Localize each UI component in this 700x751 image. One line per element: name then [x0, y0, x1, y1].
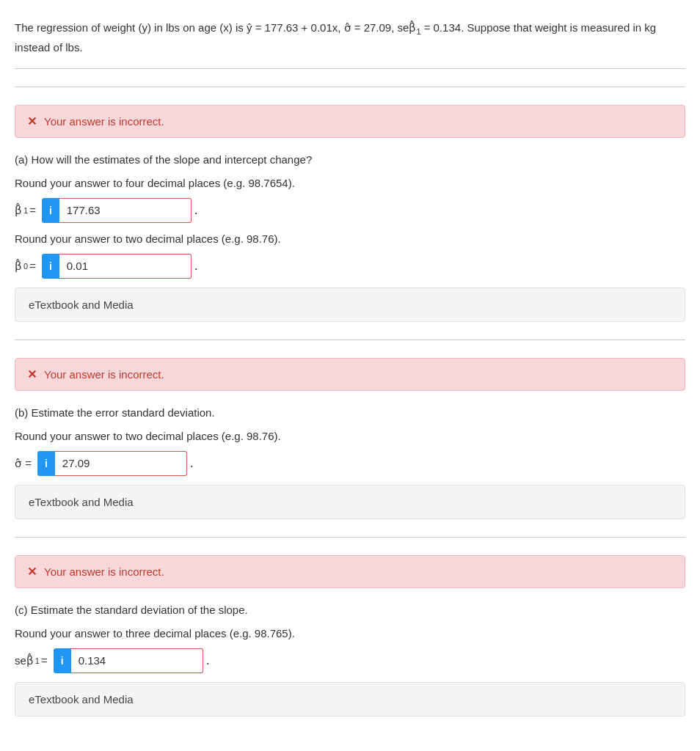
- input-beta1[interactable]: [59, 198, 192, 223]
- etextbook-bar-a[interactable]: eTextbook and Media: [15, 287, 685, 322]
- info-button-b1[interactable]: i: [37, 451, 55, 476]
- section-a: ✕ Your answer is incorrect. (a) How will…: [15, 105, 685, 322]
- input-beta0[interactable]: [59, 254, 192, 279]
- dot-c1: .: [206, 653, 210, 668]
- input-sebeta1[interactable]: [71, 648, 203, 673]
- separator-top: [15, 87, 685, 87]
- input-row-c1: seβ̂1 = i .: [15, 648, 685, 673]
- question-b-line2: Round your answer to two decimal places …: [15, 428, 685, 445]
- problem-statement: The regression of weight (y) in lbs on a…: [15, 12, 685, 69]
- label-sebeta1: seβ̂1 =: [15, 654, 48, 667]
- info-button-a1[interactable]: i: [42, 198, 59, 223]
- error-banner-b: ✕ Your answer is incorrect.: [15, 358, 685, 391]
- label-beta1: β̂1 =: [15, 204, 36, 217]
- question-b-line1: (b) Estimate the error standard deviatio…: [15, 404, 685, 422]
- question-a-line2: Round your answer to four decimal places…: [15, 175, 685, 192]
- error-icon-c: ✕: [27, 565, 37, 579]
- input-row-a2: β̂0 = i .: [15, 254, 685, 279]
- error-icon-a: ✕: [27, 114, 37, 128]
- separator-ab: [15, 340, 685, 340]
- separator-bc: [15, 537, 685, 538]
- input-row-a1: β̂1 = i .: [15, 198, 685, 223]
- error-text-a: Your answer is incorrect.: [44, 115, 164, 128]
- question-c-line1: (c) Estimate the standard deviation of t…: [15, 601, 685, 619]
- etextbook-bar-b[interactable]: eTextbook and Media: [15, 485, 685, 519]
- dot-a1: .: [194, 202, 198, 218]
- info-button-a2[interactable]: i: [42, 254, 59, 279]
- section-c: ✕ Your answer is incorrect. (c) Estimate…: [15, 555, 685, 717]
- input-sigma[interactable]: [55, 451, 187, 476]
- error-banner-c: ✕ Your answer is incorrect.: [15, 555, 685, 588]
- question-c-line2: Round your answer to three decimal place…: [15, 625, 685, 642]
- label-beta0: β̂0 =: [15, 260, 36, 273]
- error-banner-a: ✕ Your answer is incorrect.: [15, 105, 685, 138]
- label-sigma: σ̂ =: [15, 457, 32, 470]
- error-text-b: Your answer is incorrect.: [44, 368, 164, 381]
- question-a-line1: (a) How will the estimates of the slope …: [15, 151, 685, 169]
- dot-a2: .: [194, 258, 198, 274]
- question-a-line3: Round your answer to two decimal places …: [15, 230, 685, 248]
- etextbook-bar-c[interactable]: eTextbook and Media: [15, 682, 685, 717]
- input-row-b1: σ̂ = i .: [15, 451, 685, 476]
- info-button-c1[interactable]: i: [54, 648, 71, 673]
- section-b: ✕ Your answer is incorrect. (b) Estimate…: [15, 358, 685, 519]
- error-icon-b: ✕: [27, 367, 37, 381]
- error-text-c: Your answer is incorrect.: [44, 565, 164, 578]
- dot-b1: .: [190, 455, 194, 471]
